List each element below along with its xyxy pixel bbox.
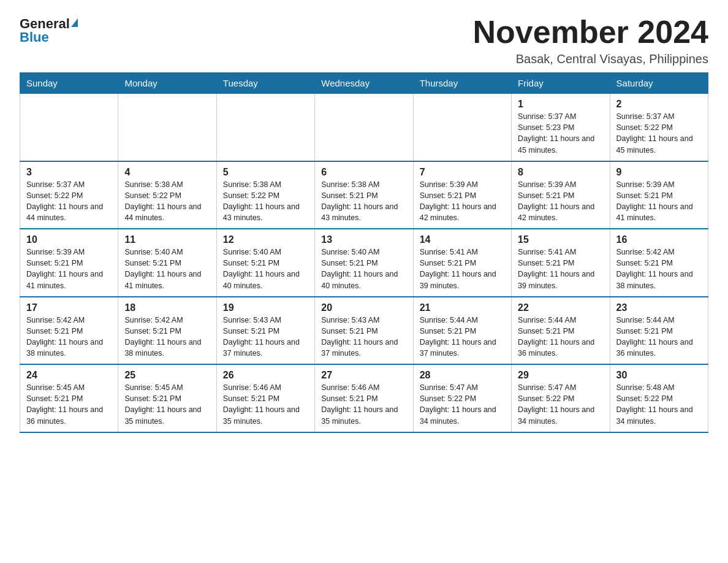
logo-general-text: General — [20, 17, 70, 31]
day-info: Sunrise: 5:47 AMSunset: 5:22 PMDaylight:… — [420, 382, 505, 427]
day-number: 13 — [321, 234, 406, 245]
day-info: Sunrise: 5:42 AMSunset: 5:21 PMDaylight:… — [616, 247, 702, 291]
calendar-cell: 27Sunrise: 5:46 AMSunset: 5:21 PMDayligh… — [315, 364, 413, 432]
day-info: Sunrise: 5:43 AMSunset: 5:21 PMDaylight:… — [223, 315, 308, 359]
day-number: 23 — [616, 302, 702, 313]
day-number: 3 — [26, 167, 112, 178]
day-number: 12 — [223, 234, 308, 245]
day-number: 15 — [518, 234, 603, 245]
calendar-cell: 29Sunrise: 5:47 AMSunset: 5:22 PMDayligh… — [512, 364, 610, 432]
day-number: 6 — [321, 167, 406, 178]
weekday-header-thursday: Thursday — [413, 73, 511, 94]
day-info: Sunrise: 5:47 AMSunset: 5:22 PMDaylight:… — [518, 382, 603, 427]
day-number: 4 — [124, 167, 210, 178]
day-number: 8 — [518, 167, 603, 178]
day-info: Sunrise: 5:38 AMSunset: 5:22 PMDaylight:… — [223, 179, 308, 224]
logo-triangle-icon — [71, 18, 78, 27]
day-number: 20 — [321, 302, 406, 313]
day-number: 22 — [518, 302, 603, 313]
calendar-cell: 28Sunrise: 5:47 AMSunset: 5:22 PMDayligh… — [413, 364, 511, 432]
day-info: Sunrise: 5:38 AMSunset: 5:21 PMDaylight:… — [321, 179, 406, 224]
calendar-cell: 26Sunrise: 5:46 AMSunset: 5:21 PMDayligh… — [216, 364, 314, 432]
day-number: 29 — [518, 370, 603, 381]
calendar-cell: 4Sunrise: 5:38 AMSunset: 5:22 PMDaylight… — [118, 161, 216, 229]
weekday-header-saturday: Saturday — [610, 73, 708, 94]
day-number: 18 — [124, 302, 210, 313]
title-section: November 2024 Basak, Central Visayas, Ph… — [473, 15, 708, 66]
day-number: 24 — [26, 370, 112, 381]
calendar-table: SundayMondayTuesdayWednesdayThursdayFrid… — [20, 72, 708, 433]
calendar-cell: 18Sunrise: 5:42 AMSunset: 5:21 PMDayligh… — [118, 297, 216, 365]
day-number: 5 — [223, 167, 308, 178]
calendar-cell: 8Sunrise: 5:39 AMSunset: 5:21 PMDaylight… — [512, 161, 610, 229]
day-number: 28 — [420, 370, 505, 381]
day-info: Sunrise: 5:42 AMSunset: 5:21 PMDaylight:… — [26, 315, 112, 359]
calendar-cell: 16Sunrise: 5:42 AMSunset: 5:21 PMDayligh… — [610, 229, 708, 297]
day-number: 2 — [616, 99, 702, 110]
day-number: 9 — [616, 167, 702, 178]
day-info: Sunrise: 5:45 AMSunset: 5:21 PMDaylight:… — [26, 382, 112, 427]
day-number: 25 — [124, 370, 210, 381]
calendar-cell: 1Sunrise: 5:37 AMSunset: 5:23 PMDaylight… — [512, 94, 610, 161]
calendar-week-row: 1Sunrise: 5:37 AMSunset: 5:23 PMDaylight… — [20, 94, 708, 161]
weekday-header-tuesday: Tuesday — [216, 73, 314, 94]
calendar-cell: 21Sunrise: 5:44 AMSunset: 5:21 PMDayligh… — [413, 297, 511, 365]
day-info: Sunrise: 5:40 AMSunset: 5:21 PMDaylight:… — [124, 247, 210, 291]
day-info: Sunrise: 5:44 AMSunset: 5:21 PMDaylight:… — [420, 315, 505, 359]
calendar-cell — [118, 94, 216, 161]
calendar-cell: 3Sunrise: 5:37 AMSunset: 5:22 PMDaylight… — [20, 161, 118, 229]
logo-blue-text: Blue — [20, 31, 49, 44]
location-title: Basak, Central Visayas, Philippines — [473, 52, 708, 66]
calendar-cell — [413, 94, 511, 161]
day-info: Sunrise: 5:37 AMSunset: 5:22 PMDaylight:… — [26, 179, 112, 224]
day-info: Sunrise: 5:41 AMSunset: 5:21 PMDaylight:… — [518, 247, 603, 291]
day-number: 30 — [616, 370, 702, 381]
calendar-cell: 10Sunrise: 5:39 AMSunset: 5:21 PMDayligh… — [20, 229, 118, 297]
day-number: 14 — [420, 234, 505, 245]
day-info: Sunrise: 5:43 AMSunset: 5:21 PMDaylight:… — [321, 315, 406, 359]
logo: General Blue — [20, 17, 78, 44]
calendar-cell: 17Sunrise: 5:42 AMSunset: 5:21 PMDayligh… — [20, 297, 118, 365]
calendar-cell: 11Sunrise: 5:40 AMSunset: 5:21 PMDayligh… — [118, 229, 216, 297]
calendar-week-row: 17Sunrise: 5:42 AMSunset: 5:21 PMDayligh… — [20, 297, 708, 365]
day-info: Sunrise: 5:39 AMSunset: 5:21 PMDaylight:… — [26, 247, 112, 291]
calendar-cell: 5Sunrise: 5:38 AMSunset: 5:22 PMDaylight… — [216, 161, 314, 229]
day-info: Sunrise: 5:48 AMSunset: 5:22 PMDaylight:… — [616, 382, 702, 427]
calendar-cell: 14Sunrise: 5:41 AMSunset: 5:21 PMDayligh… — [413, 229, 511, 297]
day-info: Sunrise: 5:41 AMSunset: 5:21 PMDaylight:… — [420, 247, 505, 291]
calendar-cell: 24Sunrise: 5:45 AMSunset: 5:21 PMDayligh… — [20, 364, 118, 432]
day-info: Sunrise: 5:44 AMSunset: 5:21 PMDaylight:… — [616, 315, 702, 359]
calendar-cell: 6Sunrise: 5:38 AMSunset: 5:21 PMDaylight… — [315, 161, 413, 229]
day-info: Sunrise: 5:42 AMSunset: 5:21 PMDaylight:… — [124, 315, 210, 359]
day-info: Sunrise: 5:39 AMSunset: 5:21 PMDaylight:… — [420, 179, 505, 224]
day-info: Sunrise: 5:40 AMSunset: 5:21 PMDaylight:… — [223, 247, 308, 291]
weekday-header-sunday: Sunday — [20, 73, 118, 94]
day-info: Sunrise: 5:46 AMSunset: 5:21 PMDaylight:… — [223, 382, 308, 427]
calendar-cell — [216, 94, 314, 161]
weekday-header-monday: Monday — [118, 73, 216, 94]
month-title: November 2024 — [473, 15, 708, 50]
calendar-cell: 9Sunrise: 5:39 AMSunset: 5:21 PMDaylight… — [610, 161, 708, 229]
calendar-cell: 2Sunrise: 5:37 AMSunset: 5:22 PMDaylight… — [610, 94, 708, 161]
day-number: 10 — [26, 234, 112, 245]
calendar-cell: 12Sunrise: 5:40 AMSunset: 5:21 PMDayligh… — [216, 229, 314, 297]
day-info: Sunrise: 5:44 AMSunset: 5:21 PMDaylight:… — [518, 315, 603, 359]
day-info: Sunrise: 5:37 AMSunset: 5:22 PMDaylight:… — [616, 111, 702, 156]
weekday-header-friday: Friday — [512, 73, 610, 94]
day-info: Sunrise: 5:45 AMSunset: 5:21 PMDaylight:… — [124, 382, 210, 427]
day-number: 7 — [420, 167, 505, 178]
calendar-cell: 23Sunrise: 5:44 AMSunset: 5:21 PMDayligh… — [610, 297, 708, 365]
calendar-cell: 15Sunrise: 5:41 AMSunset: 5:21 PMDayligh… — [512, 229, 610, 297]
day-number: 1 — [518, 99, 603, 110]
day-number: 19 — [223, 302, 308, 313]
calendar-cell — [315, 94, 413, 161]
day-number: 21 — [420, 302, 505, 313]
day-info: Sunrise: 5:46 AMSunset: 5:21 PMDaylight:… — [321, 382, 406, 427]
day-number: 27 — [321, 370, 406, 381]
calendar-cell: 13Sunrise: 5:40 AMSunset: 5:21 PMDayligh… — [315, 229, 413, 297]
calendar-cell: 25Sunrise: 5:45 AMSunset: 5:21 PMDayligh… — [118, 364, 216, 432]
day-info: Sunrise: 5:39 AMSunset: 5:21 PMDaylight:… — [518, 179, 603, 224]
calendar-cell: 22Sunrise: 5:44 AMSunset: 5:21 PMDayligh… — [512, 297, 610, 365]
calendar-cell — [20, 94, 118, 161]
calendar-cell: 30Sunrise: 5:48 AMSunset: 5:22 PMDayligh… — [610, 364, 708, 432]
